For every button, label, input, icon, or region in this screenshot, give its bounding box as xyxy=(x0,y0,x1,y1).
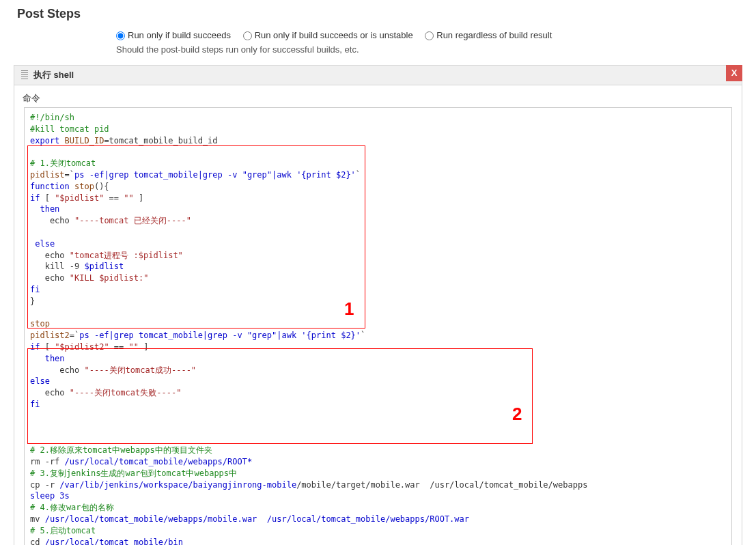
step-header-title: 执行 shell xyxy=(33,70,74,80)
radio-opt-succeeds[interactable]: Run only if build succeeds xyxy=(116,30,231,40)
drag-handle-icon[interactable] xyxy=(21,70,28,80)
radio-label-unstable: Run only if build succeeds or is unstabl… xyxy=(255,30,413,40)
post-steps-radio-row: Run only if build succeeds Run only if b… xyxy=(116,30,742,40)
execute-shell-step: X 执行 shell 命令 #!/bin/sh #kill tomcat pid… xyxy=(14,65,742,545)
radio-opt-unstable[interactable]: Run only if build succeeds or is unstabl… xyxy=(243,30,413,40)
annotation-number-2: 2 xyxy=(512,402,522,426)
close-step-button[interactable]: X xyxy=(726,65,742,81)
post-steps-title: Post Steps xyxy=(17,7,742,21)
shell-command-textarea[interactable]: #!/bin/sh #kill tomcat pid export BUILD_… xyxy=(24,107,732,545)
post-steps-desc: Should the post-build steps run only for… xyxy=(116,44,742,55)
radio-input-succeeds[interactable] xyxy=(116,31,125,40)
radio-input-unstable[interactable] xyxy=(243,31,252,40)
radio-label-succeeds: Run only if build succeeds xyxy=(128,30,231,40)
command-label: 命令 xyxy=(23,92,732,104)
radio-opt-regardless[interactable]: Run regardless of build result xyxy=(425,30,552,40)
step-header[interactable]: 执行 shell xyxy=(14,66,742,85)
radio-input-regardless[interactable] xyxy=(425,31,434,40)
radio-label-regardless: Run regardless of build result xyxy=(436,30,552,40)
annotation-number-1: 1 xyxy=(344,296,354,321)
